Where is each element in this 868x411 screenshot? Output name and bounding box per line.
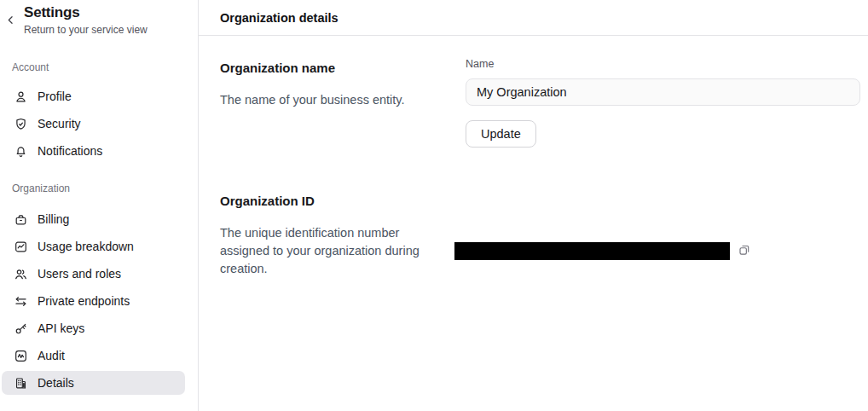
organization-name-form: Name Update bbox=[466, 60, 860, 148]
update-button[interactable]: Update bbox=[466, 120, 536, 148]
sidebar-item-label: Details bbox=[38, 376, 74, 390]
organization-name-title: Organization name bbox=[220, 60, 466, 77]
organization-id-section: Organization ID The unique identificatio… bbox=[220, 193, 860, 278]
sidebar-item-notifications[interactable]: Notifications bbox=[2, 139, 185, 163]
sidebar-item-audit[interactable]: Audit bbox=[2, 344, 185, 368]
settings-app: Settings Return to your service view Acc… bbox=[0, 0, 868, 411]
back-button[interactable] bbox=[2, 13, 19, 30]
sidebar-item-private-endpoints[interactable]: Private endpoints bbox=[2, 289, 185, 313]
chart-frame-icon bbox=[14, 240, 28, 254]
organization-id-description: The unique identification number assigne… bbox=[220, 224, 438, 278]
sidebar-item-label: Security bbox=[38, 117, 81, 130]
organization-id-info: Organization ID The unique identificatio… bbox=[220, 193, 466, 278]
name-field-label: Name bbox=[466, 58, 860, 71]
sidebar-item-label: Audit bbox=[38, 349, 65, 362]
organization-id-value-row bbox=[454, 193, 860, 278]
organization-name-info: Organization name The name of your busin… bbox=[220, 60, 466, 148]
shield-check-icon bbox=[14, 117, 28, 131]
sidebar-item-label: Users and roles bbox=[38, 267, 121, 281]
organization-id-title: Organization ID bbox=[220, 193, 466, 210]
sidebar-item-label: Billing bbox=[38, 212, 69, 226]
main-content: Organization name The name of your busin… bbox=[199, 36, 868, 278]
sidebar-item-profile[interactable]: Profile bbox=[2, 84, 185, 108]
user-icon bbox=[14, 90, 28, 104]
sidebar-item-label: Private endpoints bbox=[38, 294, 130, 308]
main-panel: Organization details Organization name T… bbox=[199, 0, 868, 411]
section-label-account: Account bbox=[12, 61, 198, 73]
swap-arrows-icon bbox=[14, 294, 28, 309]
sidebar-item-security[interactable]: Security bbox=[2, 112, 185, 136]
sidebar-item-api-keys[interactable]: API keys bbox=[2, 316, 185, 340]
settings-sidebar: Settings Return to your service view Acc… bbox=[0, 0, 199, 411]
sidebar-title: Settings bbox=[24, 3, 188, 21]
copy-button[interactable] bbox=[737, 244, 751, 258]
organization-name-description: The name of your business entity. bbox=[220, 91, 438, 109]
sidebar-header: Settings Return to your service view bbox=[0, 3, 198, 37]
sidebar-item-details[interactable]: Details bbox=[2, 371, 185, 395]
sidebar-item-label: API keys bbox=[38, 321, 84, 335]
account-nav: Profile Security Notifications bbox=[0, 84, 198, 163]
organization-nav: Billing Usage breakdown Users and roles … bbox=[0, 207, 198, 395]
sidebar-item-billing[interactable]: Billing bbox=[2, 207, 185, 231]
organization-name-section: Organization name The name of your busin… bbox=[220, 60, 860, 148]
sidebar-item-label: Notifications bbox=[38, 144, 102, 158]
sidebar-item-label: Profile bbox=[38, 90, 72, 103]
sidebar-item-users-and-roles[interactable]: Users and roles bbox=[2, 262, 185, 286]
bell-icon bbox=[14, 144, 28, 159]
building-icon bbox=[14, 376, 28, 391]
sidebar-item-usage-breakdown[interactable]: Usage breakdown bbox=[2, 234, 185, 258]
name-input[interactable] bbox=[466, 78, 860, 106]
activity-frame-icon bbox=[14, 349, 28, 363]
page-title: Organization details bbox=[220, 11, 339, 25]
key-icon bbox=[14, 321, 28, 336]
organization-id-redacted-value bbox=[454, 242, 730, 260]
chevron-left-icon bbox=[4, 14, 17, 29]
purse-icon bbox=[14, 212, 28, 227]
users-icon bbox=[14, 267, 28, 281]
section-label-organization: Organization bbox=[12, 182, 198, 194]
sidebar-subtitle: Return to your service view bbox=[24, 24, 188, 37]
main-header: Organization details bbox=[199, 0, 868, 36]
sidebar-item-label: Usage breakdown bbox=[38, 240, 134, 253]
copy-icon bbox=[738, 243, 751, 259]
